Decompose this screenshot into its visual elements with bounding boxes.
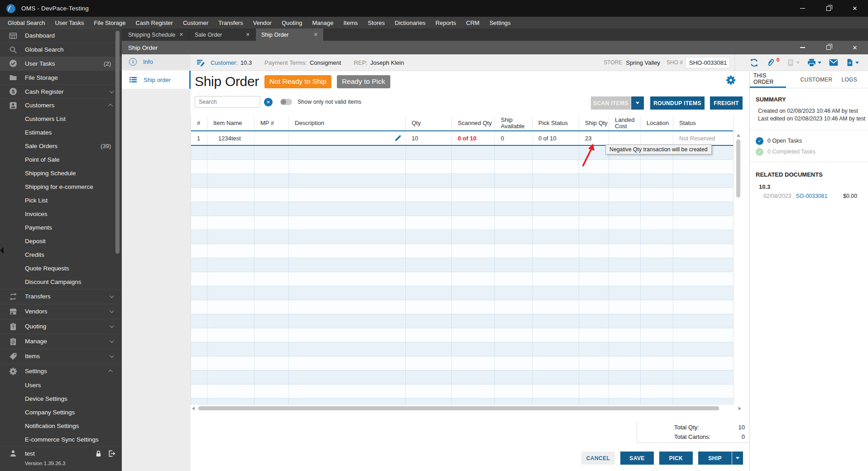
print-icon[interactable] (807, 58, 821, 67)
sidebar-collapse-arrow-icon[interactable] (0, 247, 4, 254)
clear-search-icon[interactable] (264, 98, 273, 106)
col-ship-available[interactable]: Ship Available (495, 116, 532, 130)
window-minimize-button[interactable] (789, 0, 815, 17)
edit-list-icon[interactable] (196, 58, 205, 67)
inner-nav-info[interactable]: Info (122, 54, 191, 69)
sidebar-item-shipping-schedule[interactable]: Shipping Schedule (0, 167, 122, 180)
sidebar-item-sale-orders[interactable]: Sale Orders(39) (0, 139, 122, 153)
col-landed-cost[interactable]: Landed Cost (609, 116, 641, 130)
col-mp[interactable]: MP # (254, 116, 289, 130)
table-horizontal-scrollbar[interactable] (191, 405, 743, 412)
scroll-right-icon[interactable] (739, 407, 741, 410)
menu-stores[interactable]: Stores (363, 17, 390, 29)
menu-customer[interactable]: Customer (178, 17, 213, 29)
customer-label[interactable]: Customer: (211, 59, 238, 66)
window-restore-button[interactable] (815, 0, 842, 17)
sidebar-item-dashboard[interactable]: Dashboard (0, 29, 122, 43)
email-icon[interactable] (829, 58, 839, 67)
inner-close-button[interactable] (842, 41, 868, 54)
col-ship-qty[interactable]: Ship Qty (579, 116, 609, 130)
menu-items[interactable]: Items (338, 17, 363, 29)
tab-ship-order[interactable]: Ship Order (256, 29, 324, 41)
close-icon[interactable] (179, 32, 183, 38)
attachments-icon[interactable]: 0 (766, 58, 779, 67)
sidebar-item-quote-requests[interactable]: Quote Requests (0, 262, 122, 275)
sidebar-item-ecommerce-sync-settings[interactable]: E-commerce Sync Settings (0, 433, 122, 447)
col-item-name[interactable]: Item Name (207, 116, 254, 130)
col-qty[interactable]: Qty (406, 116, 452, 130)
lock-icon[interactable] (95, 450, 102, 457)
table-settings-gear-icon[interactable] (726, 75, 736, 87)
sidebar-item-customers-list[interactable]: Customers List (0, 112, 122, 126)
inner-minimize-button[interactable] (789, 41, 815, 54)
chevron-down-icon[interactable] (855, 62, 859, 64)
table-row[interactable]: 1 1234test 10 0 of 10 0 0 of 10 23 Not R… (191, 131, 733, 146)
sidebar-item-credits[interactable]: Credits (0, 248, 122, 262)
roundup-items-button[interactable]: ROUNDUP ITEMS (650, 96, 705, 110)
tab-customer[interactable]: CUSTOMER (796, 71, 837, 88)
sidebar-item-file-storage[interactable]: File Storage (0, 70, 122, 84)
close-icon[interactable] (246, 32, 250, 38)
ship-button[interactable]: SHIP (698, 452, 732, 465)
sidebar-item-settings[interactable]: Settings (0, 364, 122, 379)
pick-button[interactable]: PICK (659, 452, 693, 465)
search-input[interactable] (195, 96, 260, 108)
show-not-valid-toggle[interactable] (280, 99, 292, 105)
scroll-left-icon[interactable] (192, 407, 195, 410)
tab-sale-order[interactable]: Sale Order (189, 29, 256, 41)
menu-transfers[interactable]: Transfers (213, 17, 248, 29)
ship-dropdown-button[interactable] (732, 452, 743, 465)
col-pick-status[interactable]: Pick Status (532, 116, 579, 130)
sidebar-item-vendors[interactable]: Vendors (0, 304, 122, 319)
sidebar-item-deposit[interactable]: Deposit (0, 235, 122, 248)
sidebar-item-company-settings[interactable]: Company Settings (0, 406, 122, 419)
col-scanned-qty[interactable]: Scanned Qty (452, 116, 495, 130)
inner-restore-button[interactable] (815, 41, 842, 54)
col-description[interactable]: Description (289, 116, 406, 130)
tab-shipping-schedule[interactable]: Shipping Schedule (123, 29, 189, 41)
menu-manage[interactable]: Manage (307, 17, 338, 29)
sidebar-item-manage[interactable]: Manage (0, 334, 122, 349)
sidebar-item-items[interactable]: Items (0, 349, 122, 364)
sho-number-input[interactable] (686, 57, 730, 68)
menu-user-tasks[interactable]: User Tasks (50, 17, 89, 29)
save-button[interactable]: SAVE (620, 452, 654, 465)
sidebar-item-transfers[interactable]: Transfers (0, 289, 122, 304)
freight-button[interactable]: FREIGHT (710, 96, 743, 110)
sidebar-item-estimates[interactable]: Estimates (0, 126, 122, 139)
menu-reports[interactable]: Reports (431, 17, 461, 29)
menu-dictionaries[interactable]: Dictionaries (390, 17, 431, 29)
menu-quoting[interactable]: Quoting (277, 17, 307, 29)
tab-logs[interactable]: LOGS (837, 71, 868, 88)
tab-this-order[interactable]: THIS ORDER (750, 71, 786, 88)
logout-icon[interactable] (108, 450, 115, 457)
sidebar-item-pick-list[interactable]: Pick List (0, 194, 122, 207)
chevron-down-icon[interactable] (818, 62, 821, 64)
sidebar-item-users[interactable]: Users (0, 379, 122, 392)
sidebar-item-device-settings[interactable]: Device Settings (0, 392, 122, 406)
window-close-button[interactable] (842, 0, 868, 17)
menu-global-search[interactable]: Global Search (3, 17, 50, 29)
scan-items-dropdown-button[interactable] (631, 96, 644, 110)
sidebar-item-discount-campaigns[interactable]: Discount Campaigns (0, 275, 122, 289)
refresh-icon[interactable] (749, 58, 759, 67)
sidebar-item-shipping-ecommerce[interactable]: Shipping for e-commerce (0, 180, 122, 194)
open-tasks-row[interactable]: 0 Open Tasks (750, 135, 868, 146)
table-vertical-scrollbar[interactable] (735, 132, 742, 405)
scan-items-button[interactable]: SCAN ITEMS (591, 96, 631, 110)
edit-pencil-icon[interactable] (394, 135, 402, 142)
menu-settings[interactable]: Settings (484, 17, 516, 29)
related-order-link[interactable]: SO-0033081 (796, 193, 828, 199)
inner-nav-ship-order[interactable]: Ship order (122, 71, 191, 89)
sidebar-item-notification-settings[interactable]: Notification Settings (0, 419, 122, 433)
col-location[interactable]: Location (641, 116, 673, 130)
close-icon[interactable] (314, 32, 318, 38)
sidebar-item-point-of-sale[interactable]: Point of Sale (0, 153, 122, 167)
menu-cash-register[interactable]: Cash Register (131, 17, 178, 29)
menu-crm[interactable]: CRM (461, 17, 484, 29)
sidebar-item-cash-register[interactable]: $ Cash Register (0, 84, 122, 98)
sidebar-item-invoices[interactable]: Invoices (0, 207, 122, 221)
scroll-up-icon[interactable] (737, 134, 740, 137)
sidebar-scrollbar[interactable] (115, 31, 120, 254)
cancel-button[interactable]: CANCEL (581, 452, 615, 465)
